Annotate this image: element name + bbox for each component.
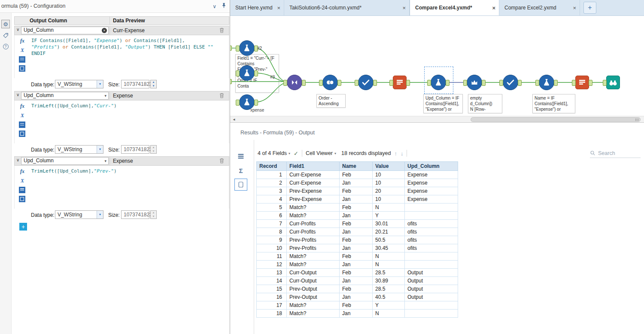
formula-tool-59-selected[interactable] — [431, 75, 446, 90]
collapse-chevron-icon[interactable]: ∨ — [16, 92, 19, 97]
data-cell[interactable]: Expense — [405, 187, 458, 195]
column-header-record[interactable]: Record — [257, 162, 287, 171]
data-cell[interactable]: 28.5 — [373, 269, 405, 277]
data-cell[interactable]: Jan — [340, 244, 373, 252]
record-number-cell[interactable]: 2 — [257, 179, 287, 187]
data-cell[interactable] — [405, 261, 458, 269]
formula-code[interactable]: IF Contains([Field1], "Expense") or Cont… — [31, 37, 227, 57]
data-cell[interactable]: 10 — [373, 171, 405, 179]
output-column-input[interactable]: Upd_Column▾ — [21, 157, 109, 165]
browse-tool[interactable] — [606, 76, 620, 89]
tab-close-icon[interactable]: × — [402, 5, 406, 11]
data-cell[interactable]: Feb — [340, 203, 373, 212]
tag-icon[interactable] — [1, 31, 10, 39]
chevron-down-icon[interactable]: ▾ — [104, 93, 106, 99]
record-number-cell[interactable]: 18 — [257, 310, 287, 318]
panel-collapse-icon[interactable]: ∨ — [213, 0, 216, 13]
record-number-cell[interactable]: 12 — [257, 261, 287, 269]
record-number-cell[interactable]: 5 — [257, 203, 287, 212]
data-cell[interactable]: Match? — [287, 212, 340, 220]
size-input[interactable]: 1073741823 — [121, 80, 149, 88]
formula-tool-2[interactable] — [239, 40, 255, 56]
clear-icon[interactable]: × — [102, 28, 107, 33]
data-cell[interactable]: Expense — [405, 179, 458, 187]
chevron-down-icon[interactable]: ▾ — [104, 158, 106, 164]
data-cell[interactable]: ofits — [405, 236, 458, 244]
fx-icon[interactable]: fx — [19, 168, 26, 175]
tab-close-icon[interactable]: × — [573, 5, 576, 11]
data-cell[interactable]: Jan — [340, 228, 373, 236]
record-number-cell[interactable]: 3 — [257, 187, 287, 195]
tab-close-icon[interactable]: × — [492, 5, 495, 11]
data-cell[interactable]: Jan — [340, 179, 373, 187]
output-column-input[interactable]: Upd_Column▾ — [21, 92, 109, 100]
column-header-name[interactable]: Name — [340, 162, 373, 171]
data-cell[interactable]: Prev-Expense — [287, 195, 340, 203]
data-cell[interactable]: Curr-Profits — [287, 220, 340, 228]
cell-viewer-dropdown[interactable]: Cell Viewer▾ — [306, 150, 336, 156]
data-cell[interactable]: Jan — [340, 310, 373, 318]
formula-code[interactable]: TrimLeft([Upd_Column],"Prev-") — [31, 168, 227, 174]
expression-editor[interactable]: fxXTrimLeft([Upd_Column],"Prev-") — [14, 166, 229, 209]
workflow-canvas[interactable]: Field1 = "Curr-"+ [FContainsField1 = "Pr… — [230, 16, 644, 122]
next-record-icon[interactable]: ↓ — [401, 150, 404, 157]
fields-dropdown[interactable]: 4 of 4 Fields▾ — [258, 150, 290, 156]
crosstab-tool[interactable] — [393, 76, 407, 89]
column-header-field1[interactable]: Field1 — [287, 162, 340, 171]
variables-icon[interactable]: X — [19, 177, 26, 184]
data-cell[interactable]: Jan — [340, 293, 373, 301]
data-cell[interactable]: Prev-Profits — [287, 236, 340, 244]
data-cell[interactable]: Y — [373, 212, 405, 220]
data-cell[interactable]: 30.89 — [373, 277, 405, 285]
data-cell[interactable]: ofits — [405, 220, 458, 228]
data-cell[interactable]: Feb — [340, 269, 373, 277]
size-stepper[interactable]: ▴▾ — [150, 145, 157, 154]
unique-tool[interactable] — [358, 75, 374, 90]
data-cell[interactable]: Output — [405, 269, 458, 277]
workflow-tab-4[interactable]: Compare Excel2.yxmd× — [499, 0, 580, 15]
data-cell[interactable]: Prev-Expense — [287, 187, 340, 195]
spin-down-icon[interactable]: ▾ — [151, 149, 156, 153]
data-cell[interactable]: N — [373, 203, 405, 212]
record-number-cell[interactable]: 15 — [257, 285, 287, 293]
spin-up-icon[interactable]: ▴ — [151, 80, 156, 84]
data-cell[interactable]: Expense — [405, 171, 458, 179]
data-cell[interactable]: 28.5 — [373, 285, 405, 293]
data-cell[interactable]: Prev-Profits — [287, 244, 340, 252]
data-cell[interactable]: ofits — [405, 244, 458, 252]
join-multiple-tool[interactable] — [287, 75, 302, 90]
data-cell[interactable]: Expense — [405, 195, 458, 203]
pin-icon[interactable] — [222, 0, 226, 13]
results-table[interactable]: RecordField1NameValueUpd_Column1Curr-Exp… — [256, 161, 458, 318]
fx-icon[interactable]: fx — [19, 103, 26, 109]
save-expression-icon[interactable] — [19, 65, 25, 72]
record-number-cell[interactable]: 4 — [257, 195, 287, 203]
data-type-dropdown[interactable]: V_WString▾ — [55, 80, 103, 88]
gear-icon[interactable]: ⚙ — [1, 20, 10, 28]
data-cell[interactable]: Jan — [340, 212, 373, 220]
spin-up-icon[interactable]: ▴ — [151, 146, 156, 149]
collapse-chevron-icon[interactable]: ∨ — [16, 158, 19, 162]
chevron-down-icon[interactable]: ▾ — [97, 80, 103, 88]
data-cell[interactable] — [405, 310, 458, 318]
help-icon[interactable]: ? — [1, 42, 10, 51]
fx-icon[interactable]: fx — [19, 37, 26, 44]
saved-expressions-icon[interactable] — [19, 56, 25, 63]
formula-tool-3[interactable] — [239, 65, 255, 81]
collapse-chevron-icon[interactable]: ∨ — [16, 27, 19, 32]
record-number-cell[interactable]: 1 — [257, 171, 287, 179]
workflow-tab-3[interactable]: Compare Excel4.yxmd*× — [410, 0, 499, 15]
data-cell[interactable]: Curr-Profits — [287, 228, 340, 236]
data-cell[interactable]: Feb — [340, 236, 373, 244]
expression-editor[interactable]: fxXTrimLeft([Upd_Column],"Curr-") — [14, 100, 229, 143]
spin-down-icon[interactable]: ▾ — [151, 215, 156, 219]
record-number-cell[interactable]: 8 — [257, 228, 287, 236]
data-type-dropdown[interactable]: V_WString▾ — [55, 145, 103, 154]
data-cell[interactable] — [405, 203, 458, 212]
data-cell[interactable]: Jan — [340, 277, 373, 285]
data-cell[interactable] — [405, 252, 458, 261]
data-cell[interactable]: 30.01 — [373, 220, 405, 228]
data-cell[interactable]: 30.45 — [373, 244, 405, 252]
delete-expression-button[interactable] — [219, 158, 225, 165]
data-cell[interactable]: 50.5 — [373, 236, 405, 244]
